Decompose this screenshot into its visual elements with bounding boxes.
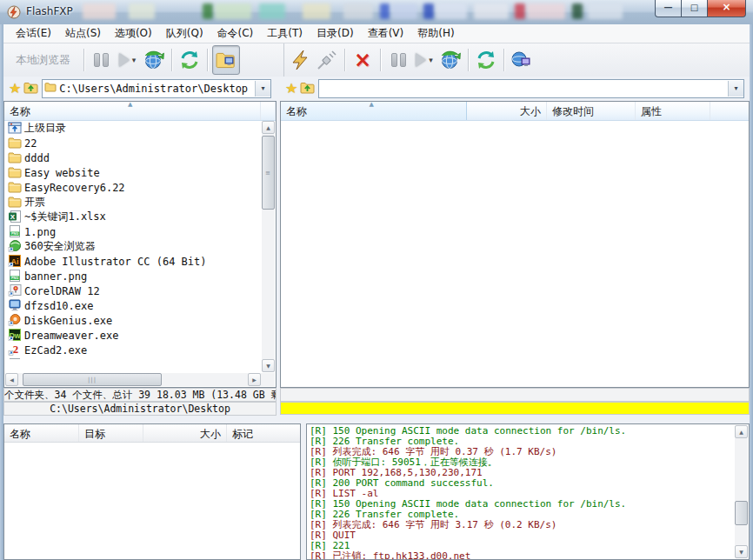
sort-ascending-icon: ▲ bbox=[370, 102, 374, 108]
menu-item[interactable]: 站点(S) bbox=[58, 24, 108, 43]
window-border-left bbox=[0, 24, 3, 560]
menu-item[interactable]: 工具(T) bbox=[260, 24, 310, 43]
start-queue-remote-icon[interactable]: ▾ bbox=[411, 46, 437, 74]
queue-column-size[interactable]: 大小 bbox=[143, 424, 227, 442]
menu-item[interactable]: 查看(V) bbox=[361, 24, 411, 43]
local-path-combobox[interactable]: C:\Users\Administrator\Desktop ▾ bbox=[42, 79, 271, 98]
menu-item[interactable]: 命令(C) bbox=[210, 24, 261, 43]
local-path-dropdown-icon[interactable]: ▾ bbox=[255, 81, 270, 97]
scroll-left-icon[interactable]: ◀ bbox=[5, 373, 18, 386]
menu-item[interactable]: 帮助(H) bbox=[410, 24, 461, 43]
file-row[interactable]: 开票 bbox=[5, 195, 262, 210]
remote-browser-icon[interactable] bbox=[509, 46, 535, 74]
local-vertical-scrollbar[interactable]: ▲ ≡ ▼ bbox=[262, 121, 275, 372]
menu-item[interactable]: 队列(Q) bbox=[159, 24, 210, 43]
file-row[interactable]: PNG formater.png bbox=[5, 357, 262, 359]
file-icon bbox=[8, 151, 22, 164]
file-row[interactable]: PNG 1.png bbox=[5, 224, 262, 239]
remote-column-modified[interactable]: 修改时间 bbox=[547, 102, 636, 120]
file-icon bbox=[8, 240, 22, 253]
start-queue-icon[interactable]: ▾ bbox=[115, 46, 141, 74]
local-hscroll-thumb[interactable]: ||| bbox=[23, 373, 162, 386]
queue-column-mark[interactable]: 标记 bbox=[227, 424, 300, 442]
titlebar: FlashFXP — □ × bbox=[0, 0, 753, 25]
abort-icon[interactable]: × bbox=[350, 46, 376, 74]
file-name: 上级目录 bbox=[24, 121, 66, 136]
file-icon bbox=[8, 196, 22, 209]
chevron-down-icon[interactable]: ▾ bbox=[132, 56, 137, 64]
file-icon bbox=[8, 284, 22, 297]
file-row[interactable]: Easy website bbox=[5, 165, 262, 180]
queue-header: 名称 目标 大小 标记 bbox=[4, 424, 300, 443]
local-path-value[interactable]: C:\Users\Administrator\Desktop bbox=[57, 83, 255, 95]
file-row[interactable]: X ~$关键词1.xlsx bbox=[5, 210, 262, 224]
remote-status-highlight bbox=[280, 402, 750, 415]
local-horizontal-scrollbar[interactable]: ◀ ||| ▶ bbox=[5, 373, 275, 386]
file-row[interactable]: 2 EzCad2.exe bbox=[5, 343, 262, 357]
transfer-icon[interactable] bbox=[141, 46, 167, 74]
toolbar-separator bbox=[380, 49, 381, 71]
local-file-pane: ▲ 名称 上级目录 22 dddd Easy website EasyRecov… bbox=[3, 101, 277, 388]
window-border-right bbox=[750, 24, 753, 560]
toolbar-local: 本地浏览器 ▾ bbox=[7, 43, 273, 77]
file-icon: 2 bbox=[8, 343, 22, 357]
file-icon: PNG bbox=[8, 270, 22, 283]
disconnect-icon[interactable] bbox=[314, 46, 340, 74]
menu-item[interactable]: 会话(E) bbox=[9, 24, 58, 43]
remote-folder-up-icon[interactable] bbox=[300, 81, 315, 97]
remote-path-combobox[interactable]: ▾ bbox=[318, 79, 744, 98]
local-browser-button[interactable]: 本地浏览器 bbox=[7, 46, 79, 74]
local-vscroll-thumb[interactable]: ≡ bbox=[262, 136, 275, 210]
log-vertical-scrollbar[interactable]: ▲ ▼ bbox=[735, 425, 748, 558]
scroll-down-icon[interactable]: ▼ bbox=[735, 545, 748, 558]
local-browser-view-icon[interactable] bbox=[212, 45, 240, 75]
transfer-remote-icon[interactable] bbox=[437, 46, 463, 74]
log-line: [R] 已注销: ftp.hk133.d00.net bbox=[310, 551, 733, 559]
file-row[interactable]: EasyRecovery6.22 bbox=[5, 180, 262, 195]
file-row[interactable]: DiskGenius.exe bbox=[5, 313, 262, 328]
svg-text:2: 2 bbox=[13, 343, 19, 356]
scroll-up-icon[interactable]: ▲ bbox=[735, 425, 748, 438]
scroll-right-icon[interactable]: ▶ bbox=[248, 373, 261, 386]
refresh-remote-icon[interactable] bbox=[473, 46, 499, 74]
file-name: banner.png bbox=[24, 270, 87, 283]
menu-bar: 会话(E)站点(S)选项(O)队列(Q)命令(C)工具(T)目录(D)查看(V)… bbox=[3, 24, 750, 43]
menu-item[interactable]: 选项(O) bbox=[108, 24, 159, 43]
file-row[interactable]: 360安全浏览器 bbox=[5, 239, 262, 254]
menu-item[interactable]: 目录(D) bbox=[310, 24, 361, 43]
file-row[interactable]: Dw Dreamweaver.exe bbox=[5, 328, 262, 343]
remote-column-size[interactable]: 大小 bbox=[467, 102, 547, 120]
queue-column-name[interactable]: 名称 bbox=[4, 424, 79, 442]
file-row[interactable]: 22 bbox=[5, 136, 262, 150]
scroll-down-icon[interactable]: ▼ bbox=[262, 359, 275, 372]
maximize-button[interactable]: □ bbox=[681, 0, 708, 17]
local-folder-up-icon[interactable] bbox=[23, 81, 38, 97]
close-button[interactable]: × bbox=[707, 0, 746, 17]
chevron-down-icon[interactable]: ▾ bbox=[429, 56, 433, 64]
pause-queue-icon[interactable] bbox=[89, 46, 115, 74]
file-row[interactable]: dfzsd10.exe bbox=[5, 298, 262, 313]
remote-path-dropdown-icon[interactable]: ▾ bbox=[728, 81, 743, 97]
file-icon: PNG bbox=[8, 358, 22, 359]
file-row[interactable]: CorelDRAW 12 bbox=[5, 283, 262, 298]
window-title: FlashFXP bbox=[26, 5, 73, 17]
file-row[interactable]: 上级目录 bbox=[5, 121, 262, 136]
local-column-name[interactable]: ▲ 名称 bbox=[4, 102, 261, 120]
scroll-up-icon[interactable]: ▲ bbox=[262, 121, 275, 134]
folder-icon bbox=[44, 82, 57, 95]
refresh-icon[interactable] bbox=[177, 46, 203, 74]
queue-column-target[interactable]: 目标 bbox=[79, 424, 143, 442]
local-favorites-icon[interactable]: ★ bbox=[9, 80, 21, 97]
remote-column-attributes[interactable]: 属性 bbox=[636, 102, 710, 120]
file-row[interactable]: PNG banner.png bbox=[5, 269, 262, 283]
connect-icon[interactable] bbox=[288, 46, 314, 74]
remote-favorites-icon[interactable]: ★ bbox=[285, 80, 297, 97]
remote-column-name[interactable]: ▲ 名称 bbox=[281, 102, 467, 120]
log-vscroll-thumb[interactable] bbox=[735, 501, 748, 525]
file-row[interactable]: dddd bbox=[5, 150, 262, 165]
file-row[interactable]: Ai Adobe Illustrator CC (64 Bit) bbox=[5, 254, 262, 269]
file-name: 1.png bbox=[24, 226, 56, 238]
minimize-button[interactable]: — bbox=[655, 0, 682, 17]
pause-queue-remote-icon[interactable] bbox=[385, 46, 411, 74]
file-name: 360安全浏览器 bbox=[24, 239, 96, 254]
